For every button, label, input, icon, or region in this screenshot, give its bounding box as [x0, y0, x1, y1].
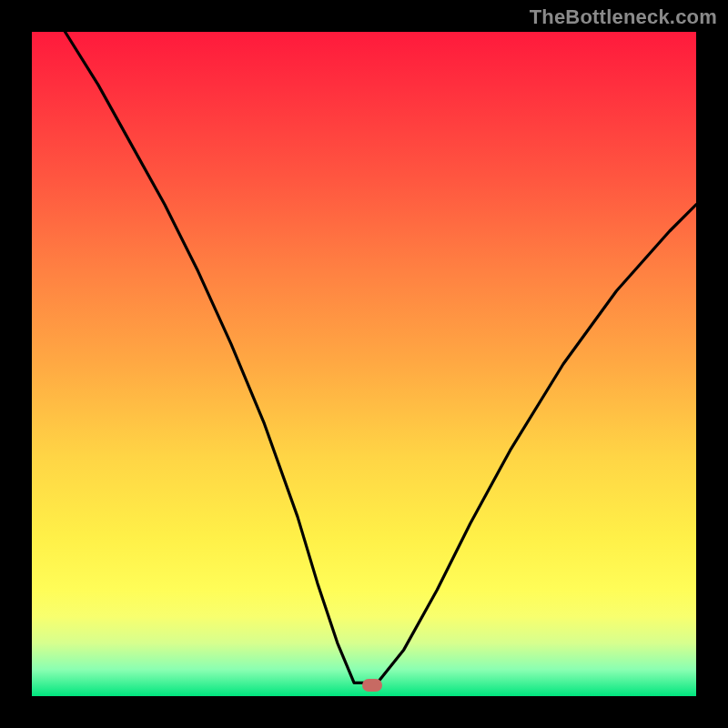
- bottleneck-chart: [32, 32, 696, 696]
- watermark-text: TheBottleneck.com: [530, 5, 717, 29]
- curve-path: [66, 32, 697, 682]
- bottleneck-curve: [32, 32, 696, 696]
- optimal-point-marker: [362, 679, 382, 692]
